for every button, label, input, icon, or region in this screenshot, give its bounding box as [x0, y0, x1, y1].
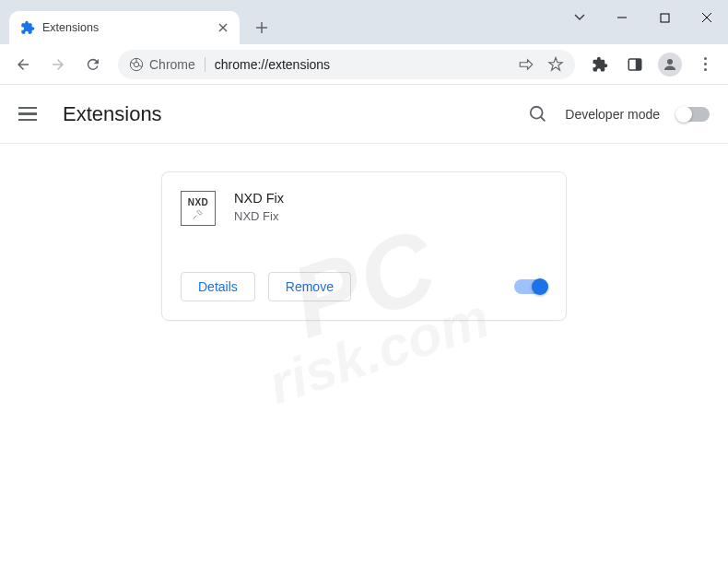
plus-icon: [255, 21, 268, 34]
side-panel-button[interactable]: [619, 49, 651, 80]
maximize-icon: [660, 13, 670, 23]
omnibox-url: chrome://extensions: [215, 57, 330, 72]
omnibox-actions: [518, 56, 564, 73]
chrome-menu-button[interactable]: [689, 49, 721, 80]
svg-point-6: [531, 106, 543, 118]
hammer-icon: [192, 207, 205, 220]
panel-icon: [627, 56, 643, 73]
page-title: Extensions: [63, 102, 162, 126]
arrow-right-icon: [50, 56, 66, 73]
window-titlebar: Extensions: [0, 0, 728, 44]
extension-name: NXD Fix: [234, 191, 284, 206]
extensions-page-header: Extensions Developer mode: [0, 85, 728, 144]
forward-button[interactable]: [42, 49, 74, 80]
main-menu-button[interactable]: [18, 103, 41, 125]
remove-button[interactable]: Remove: [268, 272, 351, 301]
omnibox-prefix-label: Chrome: [149, 57, 195, 72]
address-bar[interactable]: Chrome chrome://extensions: [118, 50, 575, 79]
header-actions: Developer mode: [528, 104, 710, 124]
extensions-list: NXD NXD Fix NXD Fix Details Remove: [0, 144, 728, 348]
minimize-button[interactable]: [601, 0, 643, 35]
window-controls: [558, 0, 728, 44]
close-window-button[interactable]: [686, 0, 728, 35]
bookmark-star-icon[interactable]: [547, 56, 564, 73]
extension-enable-toggle[interactable]: [514, 279, 547, 294]
extension-text: NXD Fix NXD Fix: [234, 191, 284, 226]
close-icon: [701, 12, 712, 23]
maximize-button[interactable]: [643, 0, 686, 35]
hamburger-icon: [18, 107, 37, 110]
tab-search-button[interactable]: [558, 0, 601, 35]
browser-toolbar: Chrome chrome://extensions: [0, 44, 728, 85]
developer-mode-toggle[interactable]: [676, 107, 710, 122]
minimize-icon: [616, 12, 628, 23]
svg-point-2: [134, 62, 138, 66]
close-icon: [218, 23, 228, 32]
omnibox-prefix: Chrome: [129, 57, 205, 72]
extension-icon: NXD: [181, 191, 216, 226]
browser-tab[interactable]: Extensions: [9, 11, 240, 44]
svg-rect-4: [636, 59, 641, 70]
share-icon[interactable]: [518, 56, 534, 73]
extensions-toolbar-button[interactable]: [584, 49, 616, 80]
puzzle-icon: [592, 56, 608, 73]
new-tab-button[interactable]: [249, 15, 275, 41]
search-icon[interactable]: [528, 104, 548, 124]
svg-rect-0: [661, 14, 669, 22]
extension-description: NXD Fix: [234, 209, 284, 223]
extension-puzzle-icon: [20, 20, 35, 35]
dots-vertical-icon: [704, 57, 707, 71]
reload-button[interactable]: [77, 49, 109, 80]
profile-button[interactable]: [654, 49, 686, 80]
back-button[interactable]: [7, 49, 39, 80]
reload-icon: [85, 56, 101, 73]
developer-mode-label: Developer mode: [565, 107, 660, 122]
extension-actions: Details Remove: [181, 272, 547, 301]
extension-info: NXD NXD Fix NXD Fix: [181, 191, 547, 226]
chrome-icon: [129, 57, 144, 72]
close-tab-button[interactable]: [216, 20, 230, 35]
avatar-icon: [658, 53, 682, 77]
svg-point-5: [667, 59, 673, 65]
chevron-down-icon: [574, 14, 585, 21]
tab-title: Extensions: [42, 21, 216, 34]
extension-icon-text: NXD: [188, 197, 209, 207]
arrow-left-icon: [15, 56, 31, 73]
details-button[interactable]: Details: [181, 272, 255, 301]
extension-card: NXD NXD Fix NXD Fix Details Remove: [161, 171, 567, 321]
